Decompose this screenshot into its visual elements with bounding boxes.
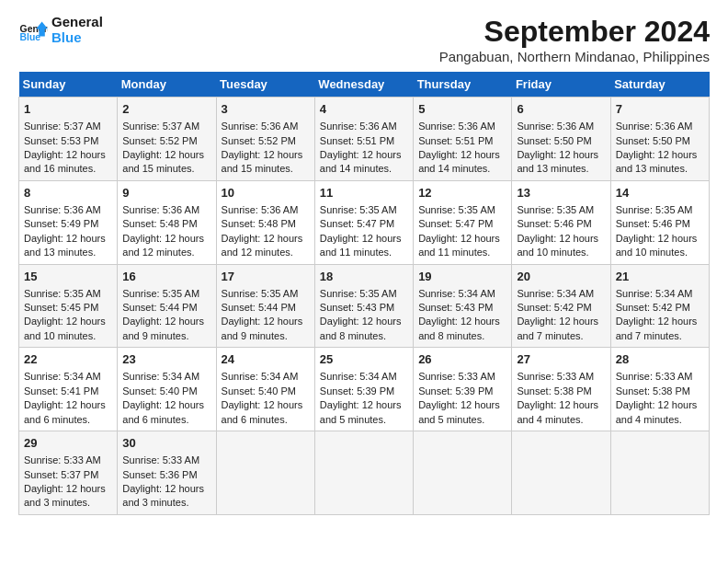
day-info: Sunrise: 5:36 AM Sunset: 5:48 PM Dayligh… xyxy=(222,204,303,258)
day-number: 15 xyxy=(24,269,112,285)
day-number: 24 xyxy=(222,351,310,368)
day-number: 13 xyxy=(517,185,605,201)
calendar-day-12: 12Sunrise: 5:35 AM Sunset: 5:47 PM Dayli… xyxy=(414,180,512,264)
weekday-header-sunday: Sunday xyxy=(19,72,118,98)
day-number: 18 xyxy=(320,269,408,285)
weekday-header-monday: Monday xyxy=(118,72,216,98)
calendar-day-3: 3Sunrise: 5:36 AM Sunset: 5:52 PM Daylig… xyxy=(216,98,314,181)
calendar-day-13: 13Sunrise: 5:35 AM Sunset: 5:46 PM Dayli… xyxy=(512,180,610,264)
calendar-empty-cell xyxy=(216,431,314,515)
day-info: Sunrise: 5:33 AM Sunset: 5:37 PM Dayligh… xyxy=(24,454,106,508)
calendar-day-23: 23Sunrise: 5:34 AM Sunset: 5:40 PM Dayli… xyxy=(118,348,216,431)
day-info: Sunrise: 5:34 AM Sunset: 5:42 PM Dayligh… xyxy=(517,288,598,341)
day-info: Sunrise: 5:35 AM Sunset: 5:43 PM Dayligh… xyxy=(320,288,402,341)
header: General Blue General Blue September 2024… xyxy=(18,15,710,64)
day-number: 14 xyxy=(616,185,704,201)
day-info: Sunrise: 5:35 AM Sunset: 5:47 PM Dayligh… xyxy=(418,204,500,258)
calendar-day-20: 20Sunrise: 5:34 AM Sunset: 5:42 PM Dayli… xyxy=(512,264,610,348)
day-number: 25 xyxy=(320,351,408,368)
calendar-day-1: 1Sunrise: 5:37 AM Sunset: 5:53 PM Daylig… xyxy=(19,98,118,181)
day-info: Sunrise: 5:36 AM Sunset: 5:51 PM Dayligh… xyxy=(418,121,500,174)
svg-text:Blue: Blue xyxy=(20,32,41,42)
day-number: 28 xyxy=(616,351,704,368)
day-number: 19 xyxy=(418,269,506,285)
day-number: 20 xyxy=(517,269,605,285)
day-info: Sunrise: 5:36 AM Sunset: 5:48 PM Dayligh… xyxy=(122,204,204,258)
day-number: 21 xyxy=(616,269,704,285)
calendar-day-6: 6Sunrise: 5:36 AM Sunset: 5:50 PM Daylig… xyxy=(512,98,610,181)
calendar-week-1: 1Sunrise: 5:37 AM Sunset: 5:53 PM Daylig… xyxy=(19,98,710,181)
title-area: September 2024 Pangabuan, Northern Minda… xyxy=(439,15,710,64)
calendar-day-29: 29Sunrise: 5:33 AM Sunset: 5:37 PM Dayli… xyxy=(19,431,118,515)
day-number: 17 xyxy=(222,269,310,285)
day-number: 9 xyxy=(122,185,210,201)
day-info: Sunrise: 5:36 AM Sunset: 5:52 PM Dayligh… xyxy=(222,121,303,174)
day-number: 30 xyxy=(122,435,210,452)
day-info: Sunrise: 5:36 AM Sunset: 5:50 PM Dayligh… xyxy=(517,121,598,174)
logo-blue: Blue xyxy=(51,30,103,46)
day-info: Sunrise: 5:35 AM Sunset: 5:45 PM Dayligh… xyxy=(24,288,106,341)
day-number: 1 xyxy=(24,101,112,118)
calendar-day-28: 28Sunrise: 5:33 AM Sunset: 5:38 PM Dayli… xyxy=(610,348,709,431)
day-number: 29 xyxy=(24,435,112,452)
day-number: 8 xyxy=(24,185,112,201)
calendar-week-3: 15Sunrise: 5:35 AM Sunset: 5:45 PM Dayli… xyxy=(19,264,710,348)
day-info: Sunrise: 5:36 AM Sunset: 5:49 PM Dayligh… xyxy=(24,204,106,258)
day-number: 3 xyxy=(222,101,310,118)
calendar-day-9: 9Sunrise: 5:36 AM Sunset: 5:48 PM Daylig… xyxy=(118,180,216,264)
calendar-day-17: 17Sunrise: 5:35 AM Sunset: 5:44 PM Dayli… xyxy=(216,264,314,348)
day-info: Sunrise: 5:35 AM Sunset: 5:47 PM Dayligh… xyxy=(320,204,402,258)
day-number: 12 xyxy=(418,185,506,201)
weekday-header-saturday: Saturday xyxy=(610,72,709,98)
calendar-day-15: 15Sunrise: 5:35 AM Sunset: 5:45 PM Dayli… xyxy=(19,264,118,348)
calendar-day-30: 30Sunrise: 5:33 AM Sunset: 5:36 PM Dayli… xyxy=(118,431,216,515)
day-info: Sunrise: 5:35 AM Sunset: 5:46 PM Dayligh… xyxy=(517,204,598,258)
day-number: 27 xyxy=(517,351,605,368)
weekday-header-thursday: Thursday xyxy=(414,72,512,98)
calendar-empty-cell xyxy=(414,431,512,515)
logo-general: General xyxy=(51,15,103,30)
day-number: 6 xyxy=(517,101,605,118)
location-subtitle: Pangabuan, Northern Mindanao, Philippine… xyxy=(439,49,710,64)
day-number: 2 xyxy=(122,101,210,118)
calendar-empty-cell xyxy=(610,431,709,515)
calendar-day-22: 22Sunrise: 5:34 AM Sunset: 5:41 PM Dayli… xyxy=(19,348,118,431)
day-info: Sunrise: 5:34 AM Sunset: 5:39 PM Dayligh… xyxy=(320,371,402,424)
day-info: Sunrise: 5:34 AM Sunset: 5:40 PM Dayligh… xyxy=(222,371,303,424)
calendar-day-24: 24Sunrise: 5:34 AM Sunset: 5:40 PM Dayli… xyxy=(216,348,314,431)
day-info: Sunrise: 5:34 AM Sunset: 5:42 PM Dayligh… xyxy=(616,288,698,341)
day-number: 7 xyxy=(616,101,704,118)
weekday-header-wednesday: Wednesday xyxy=(314,72,413,98)
calendar-day-8: 8Sunrise: 5:36 AM Sunset: 5:49 PM Daylig… xyxy=(19,180,118,264)
day-number: 5 xyxy=(418,101,506,118)
calendar-week-4: 22Sunrise: 5:34 AM Sunset: 5:41 PM Dayli… xyxy=(19,348,710,431)
logo: General Blue General Blue xyxy=(18,15,103,45)
calendar-day-18: 18Sunrise: 5:35 AM Sunset: 5:43 PM Dayli… xyxy=(314,264,413,348)
weekday-header-row: SundayMondayTuesdayWednesdayThursdayFrid… xyxy=(19,72,710,98)
day-number: 16 xyxy=(122,269,210,285)
day-info: Sunrise: 5:35 AM Sunset: 5:44 PM Dayligh… xyxy=(122,288,204,341)
day-number: 4 xyxy=(320,101,408,118)
day-info: Sunrise: 5:34 AM Sunset: 5:40 PM Dayligh… xyxy=(122,371,204,424)
calendar-table: SundayMondayTuesdayWednesdayThursdayFrid… xyxy=(18,72,710,515)
weekday-header-friday: Friday xyxy=(512,72,610,98)
day-info: Sunrise: 5:33 AM Sunset: 5:38 PM Dayligh… xyxy=(517,371,598,424)
calendar-day-26: 26Sunrise: 5:33 AM Sunset: 5:39 PM Dayli… xyxy=(414,348,512,431)
calendar-day-4: 4Sunrise: 5:36 AM Sunset: 5:51 PM Daylig… xyxy=(314,98,413,181)
calendar-day-5: 5Sunrise: 5:36 AM Sunset: 5:51 PM Daylig… xyxy=(414,98,512,181)
day-info: Sunrise: 5:34 AM Sunset: 5:41 PM Dayligh… xyxy=(24,371,106,424)
calendar-day-10: 10Sunrise: 5:36 AM Sunset: 5:48 PM Dayli… xyxy=(216,180,314,264)
calendar-day-25: 25Sunrise: 5:34 AM Sunset: 5:39 PM Dayli… xyxy=(314,348,413,431)
calendar-day-16: 16Sunrise: 5:35 AM Sunset: 5:44 PM Dayli… xyxy=(118,264,216,348)
logo-icon: General Blue xyxy=(18,16,48,45)
day-info: Sunrise: 5:33 AM Sunset: 5:38 PM Dayligh… xyxy=(616,371,698,424)
day-info: Sunrise: 5:35 AM Sunset: 5:46 PM Dayligh… xyxy=(616,204,698,258)
day-info: Sunrise: 5:34 AM Sunset: 5:43 PM Dayligh… xyxy=(418,288,500,341)
day-info: Sunrise: 5:36 AM Sunset: 5:51 PM Dayligh… xyxy=(320,121,402,174)
calendar-day-7: 7Sunrise: 5:36 AM Sunset: 5:50 PM Daylig… xyxy=(610,98,709,181)
calendar-day-11: 11Sunrise: 5:35 AM Sunset: 5:47 PM Dayli… xyxy=(314,180,413,264)
day-number: 26 xyxy=(418,351,506,368)
calendar-week-2: 8Sunrise: 5:36 AM Sunset: 5:49 PM Daylig… xyxy=(19,180,710,264)
day-info: Sunrise: 5:35 AM Sunset: 5:44 PM Dayligh… xyxy=(222,288,303,341)
day-info: Sunrise: 5:37 AM Sunset: 5:52 PM Dayligh… xyxy=(122,121,204,174)
